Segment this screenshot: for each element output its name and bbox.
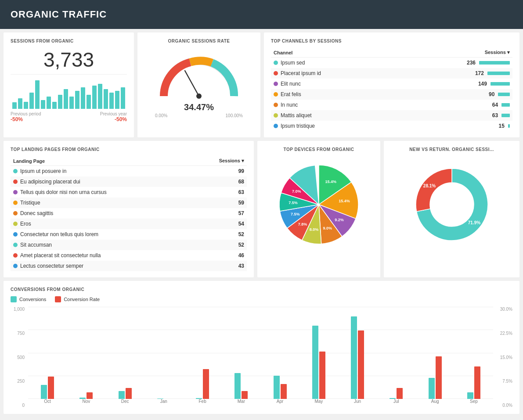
channel-sessions-val: 172 [475,70,484,76]
svg-text:7.5%: 7.5% [291,212,300,216]
channel-name: Ipsum sed [281,60,305,66]
previous-period-label: Previous period [11,111,41,116]
channel-sessions-val: 236 [467,60,476,66]
devices-card-title: TOP DEVICES FROM ORGANIC [283,147,354,152]
session-bar [109,93,114,109]
landing-dot [13,264,18,268]
landing-dot [13,243,18,247]
landing-sessions-cell: 54 [191,219,247,229]
y-axis-right: 30.0%22.5%15.0%7.5%0.0% [495,307,512,408]
landing-name: Lectus consectetur semper [20,263,83,269]
gauge-chart [155,52,243,101]
channel-name-cell: Placerat ipsum id [271,68,397,79]
svg-text:7.5%: 7.5% [289,201,298,205]
gauge-min: 0.00% [155,113,167,118]
session-bar [81,87,85,109]
rate-bar [319,352,325,399]
month-group [454,366,493,399]
page-title: ORGANIC TRAFFIC [11,9,107,20]
channel-name-cell: Ipsum tristique [271,121,397,131]
landing-dot [13,179,18,184]
sessions-footer: Previous period Previous year [11,111,127,116]
landing-sessions-cell: 52 [191,240,247,250]
y-right-label: 30.0% [495,307,512,312]
table-row: Consectetur non tellus quis lorem 52 [11,229,247,240]
channel-sessions-val: 64 [492,102,498,108]
table-row: Mattis aliquet 63 [271,110,512,121]
landing-name: Eu adipiscing placerat dui [20,179,80,185]
landing-name: Consectetur non tellus quis lorem [20,231,98,237]
y-label: 250 [11,379,26,384]
conv-bar [41,385,47,399]
session-bar [41,100,45,109]
session-bar [52,102,57,109]
landing-sessions-cell: 46 [191,250,247,261]
new-vs-return-donut: 71.9%28.1% [412,165,491,244]
channel-dot [274,113,278,118]
channel-sessions-cell: 172 [397,68,512,79]
channel-name: Placerat ipsum id [281,70,321,76]
session-bar [12,102,17,109]
top-channels-card: TOP CHANNELS BY SESSIONS Channel Session… [264,32,519,137]
session-bar [58,95,62,109]
rate-bar [436,356,442,399]
channel-sessions-cell: 90 [397,89,512,100]
channel-name: Mattis aliquet [281,112,312,118]
landing-col2[interactable]: Sessions ▾ [191,156,247,166]
svg-text:15.4%: 15.4% [325,179,336,184]
landing-sessions-cell: 99 [191,166,247,177]
landing-card-title: TOP LANDING PAGES FROM ORGANIC [11,147,247,152]
gauge-range: 0.00% 100.00% [155,113,243,118]
channels-col2[interactable]: Sessions ▾ [397,48,512,57]
month-label: May [299,399,338,408]
channel-dot [274,92,278,97]
svg-text:8.0%: 8.0% [310,227,319,232]
month-group [261,376,299,399]
channels-col1: Channel [271,48,397,57]
channel-sessions-cell: 149 [397,79,512,89]
channel-sessions-cell: 15 [397,121,512,131]
channel-name: In nunc [281,102,298,108]
landing-sessions-cell: 43 [191,261,247,271]
svg-text:9.2%: 9.2% [335,218,344,222]
rate-bar [474,366,480,399]
month-label: Apr [261,399,299,408]
svg-line-0 [185,71,199,96]
channel-name-cell: Mattis aliquet [271,110,397,121]
month-group [377,388,415,399]
month-label: Feb [183,399,222,408]
channel-name: Erat felis [281,91,301,97]
channel-dot [274,82,278,86]
channel-name-cell: Ipsum sed [271,57,397,68]
conv-bar [119,391,125,399]
rate-bar [126,388,132,399]
landing-name-cell: Consectetur non tellus quis lorem [11,229,191,240]
svg-text:15.4%: 15.4% [339,199,350,203]
y-axis-left: 1,0007505002500 [11,307,26,408]
table-row: Tellus quis dolor nisi non urna cursus 6… [11,187,247,197]
rate-legend-label: Conversion Rate [64,297,100,302]
channel-mini-bar [508,124,510,128]
table-row: Donec sagittis 57 [11,208,247,219]
rate-bar [358,330,364,399]
rate-bar [48,377,54,399]
landing-dot [13,232,18,237]
conv-chart-area: 1,0007505002500 30.0%22.5%15.0%7.5%0.0% … [11,307,512,408]
channel-sessions-cell: 64 [397,100,512,110]
conv-bar [467,392,473,399]
y-right-label: 22.5% [495,331,512,336]
session-bar [18,98,22,109]
y-right-label: 7.5% [495,379,512,384]
landing-dot [13,169,18,173]
month-label: Dec [106,399,144,408]
session-bar [87,95,91,109]
month-group [106,388,144,399]
conv-bar [312,326,318,399]
y-label: 1,000 [11,307,26,312]
session-bar [104,89,108,109]
month-label: Jan [144,399,183,408]
month-label: Mar [222,399,260,408]
rate-bar [242,391,248,399]
month-group [338,316,377,399]
y-label: 500 [11,355,26,360]
